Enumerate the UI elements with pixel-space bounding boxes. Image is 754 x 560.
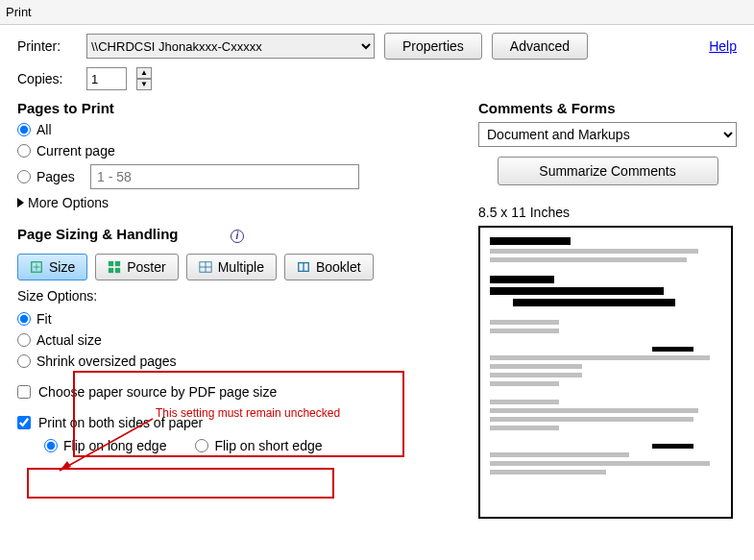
- advanced-button[interactable]: Advanced: [492, 33, 588, 60]
- help-link[interactable]: Help: [709, 38, 737, 54]
- shrink-label: Shrink oversized pages: [36, 353, 177, 369]
- summarize-comments-button[interactable]: Summarize Comments: [498, 157, 718, 185]
- copies-up-button[interactable]: ▲: [136, 67, 152, 79]
- svg-rect-3: [109, 268, 113, 273]
- all-radio[interactable]: [17, 123, 31, 136]
- pages-to-print-heading: Pages to Print: [17, 100, 469, 116]
- fit-label: Fit: [36, 311, 52, 327]
- printer-select[interactable]: \\CHRDCSI Jhonakxxx-Cxxxxx: [86, 34, 375, 59]
- preview-content: [490, 237, 721, 475]
- shrink-radio[interactable]: [17, 354, 31, 368]
- poster-tab[interactable]: Poster: [95, 254, 178, 280]
- comments-select[interactable]: Document and Markups: [478, 122, 737, 147]
- more-options-label: More Options: [28, 195, 109, 210]
- flip-short-radio[interactable]: [195, 439, 208, 452]
- flip-short-label: Flip on short edge: [214, 438, 322, 453]
- more-options-toggle[interactable]: More Options: [17, 195, 469, 210]
- sizing-heading: Page Sizing & Handling: [17, 226, 179, 242]
- pages-range-input[interactable]: [90, 164, 359, 189]
- size-icon: [30, 260, 43, 274]
- svg-rect-2: [115, 261, 120, 266]
- copies-spinner: ▲ ▼: [136, 67, 152, 90]
- copies-label: Copies:: [17, 71, 77, 86]
- print-preview: [478, 226, 733, 519]
- choose-paper-source-checkbox[interactable]: [17, 385, 31, 399]
- info-icon[interactable]: i: [231, 230, 244, 243]
- copies-input[interactable]: [86, 67, 127, 90]
- actual-size-radio[interactable]: [17, 333, 31, 347]
- current-page-label: Current page: [36, 143, 115, 158]
- size-options-label: Size Options:: [17, 288, 469, 304]
- fit-radio[interactable]: [17, 312, 31, 326]
- duplex-label: Print on both sides of paper: [38, 415, 203, 430]
- properties-button[interactable]: Properties: [384, 33, 482, 60]
- poster-icon: [108, 260, 121, 274]
- pages-label: Pages: [36, 169, 85, 184]
- pages-radio[interactable]: [17, 170, 31, 183]
- booklet-tab[interactable]: Booklet: [284, 254, 374, 280]
- size-tab[interactable]: Size: [17, 254, 87, 280]
- dialog-title: Print: [6, 5, 32, 19]
- flip-long-radio[interactable]: [44, 439, 58, 452]
- svg-rect-1: [109, 261, 113, 266]
- booklet-icon: [297, 260, 310, 274]
- chevron-right-icon: [17, 198, 24, 207]
- actual-size-label: Actual size: [36, 332, 102, 348]
- dialog-titlebar: Print: [0, 0, 754, 25]
- preview-caption: 8.5 x 11 Inches: [478, 205, 737, 220]
- printer-label: Printer:: [17, 38, 77, 54]
- svg-rect-4: [115, 268, 120, 273]
- all-label: All: [36, 122, 52, 137]
- multiple-tab[interactable]: Multiple: [186, 254, 277, 280]
- current-page-radio[interactable]: [17, 144, 31, 158]
- multiple-icon: [199, 260, 212, 274]
- duplex-checkbox[interactable]: [17, 416, 31, 429]
- copies-down-button[interactable]: ▼: [136, 79, 152, 90]
- choose-paper-source-label: Choose paper source by PDF page size: [38, 384, 277, 400]
- comments-heading: Comments & Forms: [478, 100, 737, 116]
- flip-long-label: Flip on long edge: [63, 438, 166, 453]
